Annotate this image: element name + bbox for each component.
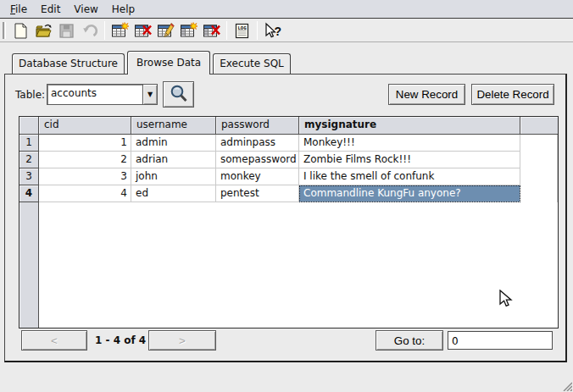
cell-cid[interactable]: 1 (39, 135, 131, 152)
undo-arrow-icon (81, 22, 98, 40)
modify-table-icon (157, 22, 175, 40)
cell-password[interactable]: adminpass (216, 135, 299, 152)
magnifier-icon (168, 84, 190, 105)
open-database-button[interactable] (32, 20, 55, 41)
row-gutter-strip (19, 202, 39, 328)
next-page-button[interactable]: > (148, 330, 216, 351)
table-select-value: accounts (47, 85, 142, 104)
cell-password[interactable]: pentest (216, 185, 299, 202)
table-row: 3 3 john monkey I like the smell of conf… (19, 168, 558, 185)
table-row: 4 4 ed pentest Commandline KungFu anyone… (19, 185, 558, 202)
cell-password[interactable]: somepassword (216, 152, 299, 168)
cell-filler (520, 152, 558, 168)
menu-edit[interactable]: Edit (34, 2, 67, 17)
goto-record-input[interactable] (448, 331, 553, 350)
column-header-cid[interactable]: cid (39, 117, 131, 135)
delete-index-icon (203, 22, 220, 40)
table-row: 1 1 admin adminpass Monkey!!! (19, 135, 558, 152)
grid-corner-cell[interactable] (19, 117, 39, 135)
search-button[interactable] (163, 81, 194, 108)
toolbar-separator (104, 21, 105, 40)
menu-view[interactable]: View (67, 2, 104, 17)
cell-mysignature-selected[interactable]: Commandline KungFu anyone? (299, 185, 520, 202)
create-table-icon (111, 22, 129, 40)
menu-help[interactable]: Help (105, 2, 142, 17)
create-index-button[interactable] (177, 20, 200, 41)
delete-table-icon (134, 22, 152, 40)
svg-text:LOG: LOG (237, 25, 247, 30)
cell-cid[interactable]: 4 (39, 185, 131, 202)
previous-page-button[interactable]: < (21, 330, 87, 351)
delete-table-button[interactable] (131, 20, 154, 41)
log-icon: LOG (233, 22, 251, 40)
menu-bar: File Edit View Help (0, 0, 573, 19)
modify-table-button[interactable] (154, 20, 177, 41)
column-header-username[interactable]: username (131, 117, 216, 135)
save-disk-icon (58, 22, 75, 40)
toolbar-separator (257, 21, 258, 40)
table-row: 2 2 adrian somepassword Zombie Films Roc… (19, 152, 558, 168)
column-header-filler (520, 117, 558, 135)
grid-header-row: cid username password mysignature (19, 117, 558, 135)
cell-username[interactable]: john (131, 168, 216, 185)
row-number[interactable]: 1 (19, 135, 39, 152)
goto-button[interactable]: Go to: (376, 330, 443, 351)
resize-grip-icon[interactable] (560, 379, 572, 391)
column-header-password[interactable]: password (216, 117, 299, 135)
cell-cid[interactable]: 3 (39, 168, 131, 185)
cell-username[interactable]: admin (131, 135, 216, 152)
row-number[interactable]: 3 (19, 168, 39, 185)
chevron-down-icon[interactable]: ▼ (142, 85, 157, 104)
tab-database-structure[interactable]: Database Structure (12, 53, 125, 74)
delete-index-button[interactable] (200, 20, 223, 41)
toolbar-drag-handle[interactable] (3, 22, 6, 39)
open-folder-icon (35, 22, 53, 40)
new-file-icon (12, 22, 30, 40)
svg-text:?: ? (274, 24, 281, 37)
new-database-button[interactable] (9, 20, 32, 41)
menu-file[interactable]: File (3, 2, 34, 17)
whats-this-help-button[interactable]: ? (261, 20, 284, 41)
table-select[interactable]: accounts ▼ (47, 84, 158, 105)
help-pointer-icon: ? (264, 22, 282, 40)
delete-record-button[interactable]: Delete Record (471, 84, 554, 105)
toolbar-separator (226, 21, 227, 40)
save-database-button[interactable] (55, 20, 78, 41)
cell-cid[interactable]: 2 (39, 152, 131, 168)
create-index-icon (180, 22, 197, 40)
tab-execute-sql[interactable]: Execute SQL (213, 53, 291, 74)
cell-mysignature[interactable]: Zombie Films Rock!!! (299, 152, 520, 168)
mouse-cursor-icon (498, 290, 513, 309)
cell-filler (520, 168, 558, 185)
sql-log-button[interactable]: LOG (231, 20, 253, 41)
new-record-button[interactable]: New Record (388, 84, 465, 105)
revert-changes-button[interactable] (78, 20, 101, 41)
column-header-mysignature[interactable]: mysignature (299, 117, 520, 135)
cell-mysignature[interactable]: Monkey!!! (299, 135, 520, 152)
cell-filler (520, 185, 558, 202)
toolbar: LOG ? (0, 19, 573, 42)
cell-password[interactable]: monkey (216, 168, 299, 185)
row-number[interactable]: 4 (19, 185, 39, 202)
table-label: Table: (15, 89, 45, 101)
db-browser-window: File Edit View Help (0, 0, 573, 392)
record-range-label: 1 - 4 of 4 (95, 334, 146, 346)
create-table-button[interactable] (108, 20, 131, 41)
tab-browse-data[interactable]: Browse Data (127, 51, 210, 75)
row-number[interactable]: 2 (19, 152, 39, 168)
data-grid: cid username password mysignature 1 1 ad… (19, 116, 559, 329)
cell-mysignature[interactable]: I like the smell of confunk (299, 168, 520, 185)
cell-filler (520, 135, 558, 152)
cell-username[interactable]: ed (131, 185, 216, 202)
cell-username[interactable]: adrian (131, 152, 216, 168)
